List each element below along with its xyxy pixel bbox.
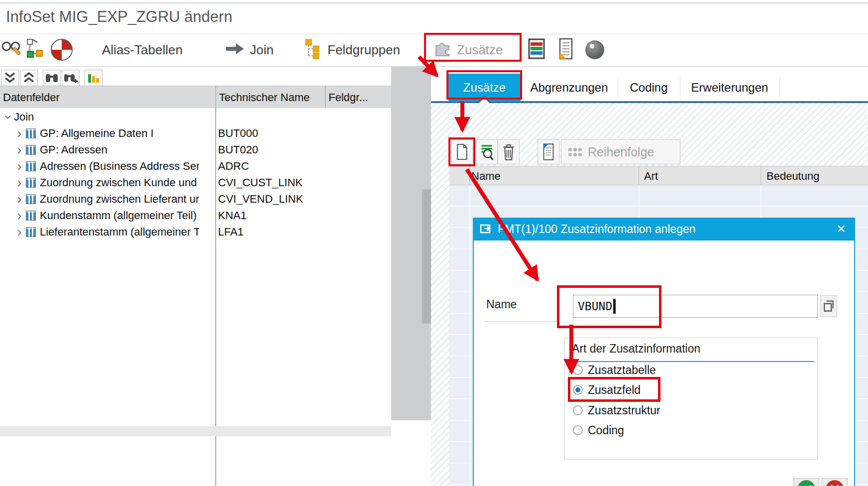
tab-label: Coding	[630, 81, 667, 95]
table-icon	[26, 128, 36, 138]
tree-item-label: Kundenstamm (allgemeiner Teil)	[40, 209, 197, 222]
layout-button[interactable]	[85, 70, 103, 87]
report-button[interactable]	[556, 36, 575, 64]
tree-row[interactable]: › GP: Allgemeine Daten I BUT000	[0, 125, 391, 141]
chevron-right-icon[interactable]: ›	[14, 128, 25, 138]
radio-zusatztabelle[interactable]: Zusatztabelle	[573, 363, 656, 377]
chevron-right-icon[interactable]: ›	[14, 145, 25, 155]
tree-row[interactable]: › GP: Adressen BUT020	[0, 141, 391, 158]
chevron-right-icon[interactable]: ›	[14, 178, 25, 188]
tab-label: Erweiterungen	[691, 81, 768, 95]
bar-chart-icon	[86, 72, 101, 85]
feldgruppen-button[interactable]: Feldgruppen	[305, 36, 400, 64]
table-icon	[26, 161, 36, 171]
display-button[interactable]	[476, 139, 498, 164]
divider	[0, 66, 868, 67]
radio-icon[interactable]	[573, 405, 583, 415]
table-icon	[26, 178, 36, 188]
collapse-all-button[interactable]	[1, 70, 19, 87]
tab-separator	[618, 78, 618, 97]
tab-separator	[680, 78, 680, 97]
radio-icon[interactable]	[573, 425, 583, 435]
binoculars-plus-icon	[63, 72, 78, 85]
annotation-box-name-input	[557, 285, 661, 328]
tree-item-tech: KNA1	[218, 209, 246, 222]
page-title: InfoSet MIG_EXP_ZGRU ändern	[6, 8, 232, 26]
expand-all-button[interactable]	[20, 70, 38, 87]
stripes-icon	[528, 38, 545, 62]
tree-node-join[interactable]: › Join	[0, 109, 391, 125]
column-divider[interactable]	[216, 86, 216, 108]
tree-item-label: GP: Adressen	[40, 143, 108, 156]
tree-item-tech: ADRC	[218, 160, 249, 173]
tree-item-tech: CVI_VEND_LINK	[218, 193, 303, 206]
tree-root-label: Join	[14, 111, 34, 123]
chevron-down-icon[interactable]: ›	[3, 112, 13, 122]
horizontal-scrollbar[interactable]	[0, 426, 391, 436]
multiple-selection-button[interactable]	[820, 295, 837, 317]
radio-label: Zusatztabelle	[588, 364, 656, 377]
log-button[interactable]	[538, 139, 559, 164]
radio-zusatzstruktur[interactable]: Zusatzstruktur	[573, 403, 660, 418]
pie-chart-button[interactable]	[51, 36, 73, 64]
join-button[interactable]: Join	[225, 36, 274, 64]
table-header-bedeutung[interactable]: Bedeutung	[766, 170, 819, 183]
tree-item-label: GP: Allgemeine Daten I	[40, 127, 154, 140]
cancel-button[interactable]	[822, 478, 848, 486]
chevron-right-icon[interactable]: ›	[14, 194, 25, 204]
radio-label: Coding	[588, 424, 624, 437]
tab-erweiterungen[interactable]: Erweiterungen	[680, 74, 779, 101]
radio-coding[interactable]: Coding	[573, 423, 624, 438]
table-icon	[26, 211, 36, 221]
dialog-titlebar[interactable]: FMT(1)/100 Zusatzinformation anlegen	[473, 218, 855, 241]
alias-tabellen-button[interactable]: Alias-Tabellen	[102, 36, 183, 64]
tree-row[interactable]: › Kundenstamm (allgemeiner Teil) KNA1	[0, 207, 391, 224]
reihenfolge-button[interactable]: Reihenfolge	[561, 139, 680, 164]
double-chevron-down-icon	[2, 72, 17, 85]
find-next-button[interactable]	[62, 70, 80, 87]
color-legend-button[interactable]	[528, 36, 545, 64]
tree-item-label: Adressen (Business Address Serv	[40, 160, 199, 173]
delete-button[interactable]	[498, 139, 520, 164]
tree-header: Datenfelder Technischer Name Feldgr...	[0, 86, 391, 108]
document-blue-corner-icon	[541, 142, 556, 161]
tab-coding[interactable]: Coding	[618, 74, 680, 101]
vertical-scrollbar-thumb[interactable]	[422, 189, 431, 324]
tree-item-tech: LFA1	[218, 226, 243, 239]
column-header-technischer-name[interactable]: Technischer Name	[219, 91, 310, 104]
chevron-right-icon[interactable]: ›	[14, 227, 25, 237]
abacus-icon	[568, 148, 582, 156]
table-icon	[26, 145, 36, 155]
chevron-right-icon[interactable]: ›	[14, 211, 25, 221]
alias-tabellen-label: Alias-Tabellen	[102, 42, 183, 58]
feldgruppen-label: Feldgruppen	[327, 42, 400, 58]
table-header-art[interactable]: Art	[644, 170, 658, 183]
close-icon[interactable]: ✕	[832, 221, 850, 238]
column-divider[interactable]	[325, 86, 326, 108]
continue-button[interactable]	[793, 478, 819, 486]
tree-row[interactable]: › Zuordnung zwischen Kunde und ( CVI_CUS…	[0, 174, 391, 191]
tree-row[interactable]: › Adressen (Business Address Serv ADRC	[0, 158, 391, 174]
sphere-button[interactable]	[585, 36, 604, 64]
chevron-right-icon[interactable]: ›	[14, 161, 25, 171]
tab-label: Abgrenzungen	[530, 81, 608, 95]
tab-abgrenzungen[interactable]: Abgrenzungen	[521, 74, 618, 101]
radio-icon[interactable]	[573, 365, 583, 375]
tree-item-label: Zuordnung zwischen Lieferant ur	[40, 193, 199, 206]
tree-item-label: Lieferantenstamm (allgemeiner T	[40, 226, 199, 239]
tab-underline	[431, 101, 868, 103]
header-divider	[760, 166, 761, 185]
radio-label: Zusatzstruktur	[588, 404, 660, 417]
tree-row[interactable]: › Zuordnung zwischen Lieferant ur CVI_VE…	[0, 191, 391, 207]
column-header-datenfelder[interactable]: Datenfelder	[3, 91, 60, 104]
find-button[interactable]	[43, 70, 61, 87]
display-change-button[interactable]	[1, 36, 23, 64]
green-check-icon	[796, 479, 817, 486]
table-header-name[interactable]: Name	[471, 170, 501, 183]
grid-column-line	[469, 185, 470, 486]
column-header-feldgruppe[interactable]: Feldgr...	[328, 91, 368, 104]
tree-row[interactable]: › Lieferantenstamm (allgemeiner T LFA1	[0, 224, 391, 240]
infoset-structure-button[interactable]	[25, 36, 45, 64]
copy-icon	[822, 299, 835, 314]
reihenfolge-label: Reihenfolge	[588, 145, 654, 159]
